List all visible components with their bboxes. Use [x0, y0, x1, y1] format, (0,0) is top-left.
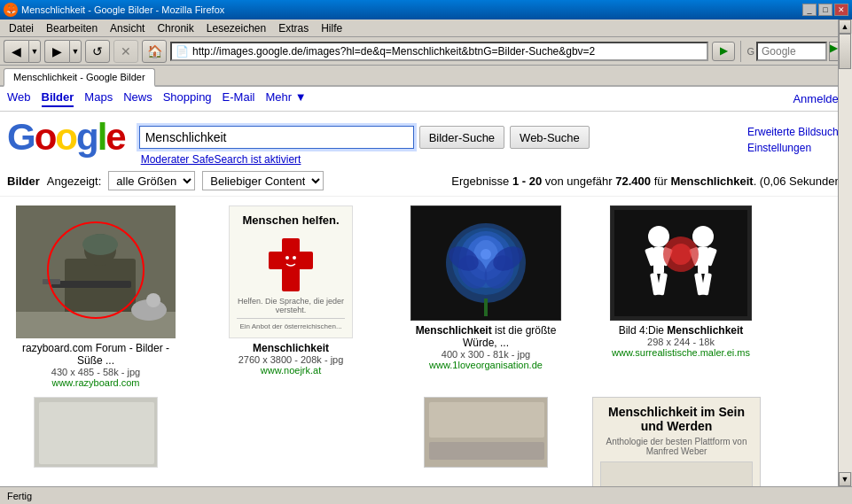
size-filter[interactable]: alle Größen [108, 171, 195, 190]
svg-rect-5 [43, 279, 60, 284]
image-title-1: razyboard.com Forum - Bilder - Süße ... [16, 342, 176, 367]
search-area: Bilder-Suche Web-Suche Moderater SafeSea… [139, 119, 733, 166]
image-url-1: www.razyboard.com [51, 377, 139, 388]
svg-rect-1 [65, 259, 136, 321]
svg-point-39 [670, 244, 692, 265]
scrollbar[interactable]: ▲ ▼ [838, 19, 852, 486]
svg-rect-41 [39, 402, 154, 464]
minimize-button[interactable]: _ [802, 4, 817, 16]
img7-subtitle: Anthologie der besten Plattform von Manf… [600, 437, 753, 456]
image-item-5[interactable] [7, 397, 184, 468]
browser-search-input[interactable] [756, 42, 827, 61]
nav-web[interactable]: Web [7, 90, 31, 107]
svg-rect-4 [51, 281, 131, 288]
status-bar: Fertig [0, 486, 852, 504]
nav-maps[interactable]: Maps [84, 90, 113, 107]
menu-hilfe[interactable]: Hilfe [316, 20, 348, 36]
menu-datei[interactable]: Datei [4, 20, 39, 36]
forward-dropdown[interactable]: ▼ [69, 40, 82, 63]
nav-shopping[interactable]: Shopping [163, 90, 212, 107]
image-title-3: Menschlichkeit ist die größte Würde, ... [406, 324, 566, 349]
filter-bar: Bilder Angezeigt: alle Größen Beliebiger… [0, 166, 852, 197]
svg-point-8 [146, 293, 160, 307]
google-nav-links: Web Bilder Maps News Shopping E-Mail Meh… [7, 90, 307, 107]
image-title-2: Menschlichkeit [253, 342, 329, 354]
svg-point-12 [285, 256, 289, 260]
search-form: Bilder-Suche Web-Suche [139, 126, 733, 149]
image-item-3[interactable]: Menschlichkeit ist die größte Würde, ...… [397, 205, 575, 370]
content-filter[interactable]: Beliebiger Content [202, 171, 324, 190]
safesearch-link[interactable]: Moderater SafeSearch ist aktiviert [141, 153, 301, 166]
firefox-icon: 🦊 [4, 3, 18, 17]
tab-menschlichkeit[interactable]: Menschlichkeit - Google Bilder [4, 68, 155, 87]
nav-email[interactable]: E-Mail [223, 90, 255, 107]
menu-bearbeiten[interactable]: Bearbeiten [41, 20, 103, 36]
svg-rect-43 [429, 402, 544, 438]
scroll-up-button[interactable]: ▲ [839, 19, 851, 34]
nav-bilder[interactable]: Bilder [42, 90, 74, 107]
filter-bilder-label: Bilder [7, 174, 40, 188]
scroll-track [839, 34, 852, 472]
close-button[interactable]: ✕ [834, 4, 848, 16]
home-button[interactable]: 🏠 [142, 40, 167, 63]
menu-ansicht[interactable]: Ansicht [105, 20, 150, 36]
svg-point-11 [280, 250, 301, 271]
blue-rose-svg [415, 210, 557, 316]
menu-lesezeichen[interactable]: Lesezeichen [201, 20, 271, 36]
nav-more[interactable]: Mehr ▼ [265, 90, 306, 107]
web-suche-button[interactable]: Web-Suche [510, 126, 590, 149]
advanced-links: Erweiterte Bildsuche Einstellungen [747, 119, 845, 166]
advanced-search-link[interactable]: Erweiterte Bildsuche [747, 126, 845, 138]
image-title-4: Bild 4:Die Menschlichkeit [619, 324, 744, 337]
forward-button[interactable]: ▶ [44, 40, 69, 63]
address-input[interactable] [192, 45, 703, 58]
search-input[interactable] [139, 126, 414, 149]
image-thumb-6 [424, 397, 548, 468]
toolbar: ◀ ▼ ▶ ▼ ↺ ✕ 🏠 📄 ▶ G ▶ [0, 37, 852, 66]
google-logo: Google [7, 119, 125, 156]
window-controls: _ □ ✕ [802, 4, 848, 16]
go-button[interactable]: ▶ [712, 42, 735, 61]
back-dropdown[interactable]: ▼ [28, 40, 41, 63]
svg-rect-24 [484, 299, 488, 316]
image-url-2: www.noejrk.at [261, 365, 321, 376]
image-item-1[interactable]: razyboard.com Forum - Bilder - Süße ... … [7, 205, 184, 388]
stop-button[interactable]: ✕ [113, 40, 138, 63]
image-meta-2: 2760 x 3800 - 208k - jpg [238, 354, 344, 365]
menu-extras[interactable]: Extras [273, 20, 314, 36]
image-item-4[interactable]: Bild 4:Die Menschlichkeit 298 x 244 - 18… [592, 205, 770, 358]
image-thumb-3 [410, 205, 561, 321]
partial-svg-6 [425, 398, 548, 468]
maximize-button[interactable]: □ [818, 4, 832, 16]
svg-point-32 [692, 226, 714, 247]
bilder-suche-button[interactable]: Bilder-Suche [419, 126, 504, 149]
nav-news[interactable]: News [123, 90, 152, 107]
browser-search-area: G ▶ [746, 42, 848, 61]
image-grid: razyboard.com Forum - Bilder - Süße ... … [0, 197, 852, 397]
image-thumb-2: Menschen helfen. Helfen. Die Sprache, di… [229, 205, 353, 338]
angezeigt-label: Angezeigt: [47, 174, 101, 188]
google-nav: Web Bilder Maps News Shopping E-Mail Meh… [0, 87, 852, 112]
address-bar: 📄 [170, 42, 708, 61]
image-thumb-5 [34, 397, 158, 468]
scroll-down-button[interactable]: ▼ [839, 472, 851, 486]
scroll-thumb[interactable] [839, 34, 851, 69]
img2-footer: Ein Anbot der österreichischen... [237, 318, 345, 330]
image-meta-1: 430 x 485 - 58k - jpg [51, 367, 140, 377]
reload-button[interactable]: ↺ [85, 40, 110, 63]
image-thumb-1 [16, 205, 176, 338]
partial-svg-5 [35, 398, 158, 468]
settings-link[interactable]: Einstellungen [747, 142, 845, 154]
results-info: Ergebnisse 1 - 20 von ungefähr 72.400 fü… [451, 174, 845, 188]
image-item-2[interactable]: Menschen helfen. Helfen. Die Sprache, di… [202, 205, 379, 376]
page-icon: 📄 [176, 45, 189, 58]
back-button[interactable]: ◀ [4, 40, 28, 63]
img2-subtext: Helfen. Die Sprache, die jeder versteht. [237, 297, 345, 314]
tab-label: Menschlichkeit - Google Bilder [13, 72, 145, 82]
menu-chronik[interactable]: Chronik [152, 20, 199, 36]
menu-bar: Datei Bearbeiten Ansicht Chronik Lesezei… [0, 19, 852, 37]
image-item-6[interactable] [397, 397, 575, 468]
svg-point-13 [293, 256, 296, 260]
svg-point-23 [481, 249, 491, 260]
search-engine-icon: G [746, 46, 754, 57]
